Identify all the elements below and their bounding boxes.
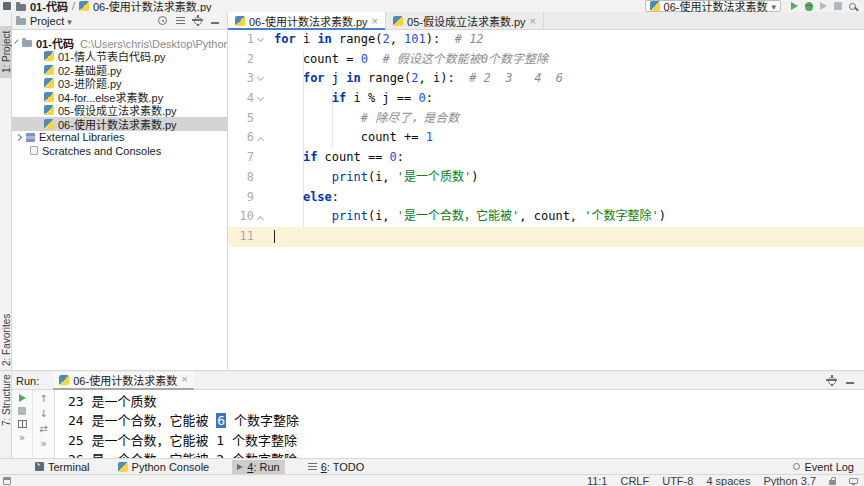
close-icon[interactable]	[530, 16, 536, 27]
toolwindow-run[interactable]: 4: Run	[232, 460, 284, 474]
code-token: count =	[274, 52, 361, 66]
tree-file-row[interactable]: 01-情人节表白代码.py	[12, 50, 227, 64]
lock-icon[interactable]	[829, 480, 836, 485]
restore-layout-icon[interactable]	[18, 420, 27, 428]
project-panel-title[interactable]: Project	[30, 15, 64, 27]
sidebar-item-favorites[interactable]: 2: Favorites	[0, 312, 12, 368]
console-line[interactable]: 26 是一个合数，它能被 2 个数字整除	[68, 450, 864, 458]
line-number: 4	[228, 89, 254, 109]
editor-line[interactable]: 4 if i % j == 0:	[228, 89, 864, 109]
tab-label: 05-假设成立法求素数.py	[407, 13, 526, 29]
up-stack-trace-icon[interactable]	[39, 394, 47, 404]
chevron-right-icon[interactable]	[15, 134, 22, 141]
sidebar-item-structure[interactable]: 7: Structure	[0, 372, 12, 428]
file-encoding[interactable]: UTF-8	[662, 475, 693, 486]
hide-panel-icon[interactable]	[846, 382, 854, 384]
run-console-toolbar	[12, 390, 55, 458]
gear-icon[interactable]	[194, 17, 202, 25]
code-token: , count,	[519, 209, 584, 223]
code-token: # 12	[455, 32, 484, 46]
code-token	[274, 209, 332, 223]
tree-file-row[interactable]: 04-for...else求素数.py	[12, 90, 227, 104]
navigation-bar: 01-代码 / 06-使用计数法求素数.py 06-使用计数法求素数	[0, 0, 864, 12]
run-button[interactable]	[791, 2, 798, 10]
debug-button[interactable]	[805, 2, 813, 11]
locate-file-icon[interactable]	[158, 16, 167, 25]
run-with-coverage-button[interactable]	[820, 2, 827, 10]
toolwindow-label: 6: TODO	[321, 461, 365, 473]
line-separator[interactable]: CRLF	[620, 475, 649, 486]
tree-file-row[interactable]: 05-假设成立法求素数.py	[12, 104, 227, 118]
collapse-all-icon[interactable]	[176, 17, 185, 24]
fold-marker-icon[interactable]	[257, 216, 264, 223]
editor-line[interactable]: 7 if count == 0:	[228, 148, 864, 168]
code-token: '是一个合数，它能被'	[397, 209, 519, 223]
tree-file-row[interactable]: 02-基础题.py	[12, 63, 227, 77]
soft-wrap-icon[interactable]	[39, 424, 47, 434]
editor-line[interactable]: 2 count = 0 # 假设这个数能被0个数字整除	[228, 50, 864, 70]
run-tab[interactable]: 06-使用计数法求素数	[53, 372, 193, 390]
run-configuration-select[interactable]: 06-使用计数法求素数	[645, 0, 781, 12]
tree-root-row[interactable]: 01-代码C:\Users\chris\Desktop\Python基础\Da	[12, 36, 227, 50]
code-editor[interactable]: 1for i in range(2, 101): # 122 count = 0…	[228, 30, 864, 370]
down-stack-trace-icon[interactable]	[39, 409, 47, 419]
code-token	[274, 91, 332, 105]
tool-window-switcher-icon[interactable]	[3, 477, 11, 485]
stop-button[interactable]	[18, 407, 26, 415]
close-icon[interactable]	[181, 374, 187, 385]
run-icon	[237, 464, 243, 470]
tree-file-label: 03-进阶题.py	[58, 77, 122, 91]
code-token: 23 是一个质数	[68, 394, 156, 409]
console-line[interactable]: 25 是一个合数，它能被 1 个数字整除	[68, 431, 864, 450]
line-number: 5	[228, 109, 254, 129]
code-text: # 除尽了，是合数	[268, 109, 459, 129]
editor-line[interactable]: 11	[228, 227, 864, 247]
run-tab-label: 06-使用计数法求素数	[73, 372, 177, 388]
tab-file-06[interactable]: 06-使用计数法求素数.py	[228, 12, 386, 30]
editor-line[interactable]: 10 print(i, '是一个合数，它能被', count, '个数字整除')	[228, 207, 864, 227]
run-console-output[interactable]: 23 是一个质数24 是一个合数，它能被 6 个数字整除25 是一个合数，它能被…	[55, 390, 864, 458]
toolwindow-todo[interactable]: 6: TODO	[303, 460, 370, 474]
chevron-down-icon[interactable]	[14, 40, 18, 44]
console-line[interactable]: 24 是一个合数，它能被 6 个数字整除	[68, 411, 864, 430]
more-actions-icon[interactable]	[40, 439, 46, 449]
close-icon[interactable]	[372, 16, 378, 27]
event-log-button[interactable]: Event Log	[793, 461, 854, 473]
fold-marker-icon[interactable]	[257, 94, 264, 101]
toolwindow-python-console[interactable]: Python Console	[113, 460, 215, 474]
caret-position[interactable]: 11:1	[587, 475, 608, 486]
rerun-button[interactable]	[19, 394, 26, 402]
fold-marker-icon[interactable]	[257, 74, 264, 81]
chevron-down-icon[interactable]	[67, 15, 72, 27]
indent-setting[interactable]: 4 spaces	[706, 475, 750, 486]
tree-file-row[interactable]: 03-进阶题.py	[12, 77, 227, 91]
tree-scratches-row[interactable]: Scratches and Consoles	[12, 144, 227, 158]
interpreter[interactable]: Python 3.7	[763, 475, 816, 486]
editor-line[interactable]: 1for i in range(2, 101): # 12	[228, 30, 864, 50]
fold-marker-icon[interactable]	[257, 35, 264, 42]
editor-line[interactable]: 8 print(i, '是一个质数')	[228, 168, 864, 188]
gear-icon[interactable]	[828, 377, 836, 385]
hide-panel-icon[interactable]	[211, 22, 219, 24]
toolwindow-terminal[interactable]: Terminal	[30, 460, 95, 474]
stop-button[interactable]	[834, 2, 842, 10]
python-file-icon	[44, 78, 54, 88]
console-line[interactable]: 23 是一个质数	[68, 392, 864, 411]
code-token: :	[426, 91, 433, 105]
code-token: :	[332, 190, 339, 204]
code-text	[268, 227, 275, 247]
editor-line[interactable]: 6 count += 1	[228, 128, 864, 148]
fold-marker-icon[interactable]	[257, 137, 264, 144]
tree-file-row[interactable]: 06-使用计数法求素数.py	[12, 117, 227, 131]
sidebar-item-project[interactable]: 1: Project	[0, 26, 12, 78]
run-panel-label: Run:	[16, 375, 39, 387]
more-actions-icon[interactable]	[19, 433, 25, 443]
tree-external-libraries-row[interactable]: External Libraries	[12, 131, 227, 145]
hector-icon[interactable]	[849, 478, 858, 484]
code-text: if i % j == 0:	[268, 89, 433, 109]
editor-line[interactable]: 3 for j in range(2, i): # 2 3 4 6	[228, 69, 864, 89]
tab-file-05[interactable]: 05-假设成立法求素数.py	[386, 12, 544, 30]
search-everywhere-icon[interactable]	[849, 3, 856, 10]
editor-line[interactable]: 5 # 除尽了，是合数	[228, 109, 864, 129]
editor-line[interactable]: 9 else:	[228, 188, 864, 208]
